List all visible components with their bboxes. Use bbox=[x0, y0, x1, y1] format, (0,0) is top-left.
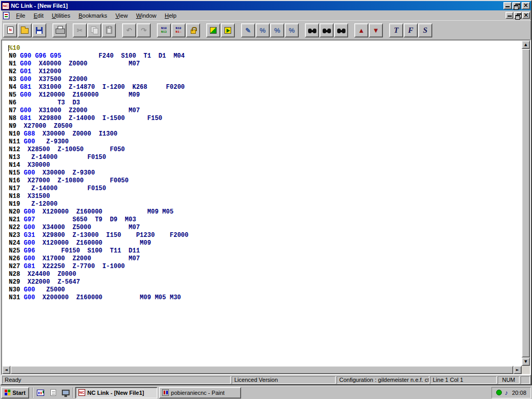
undo-button[interactable]: ↶ bbox=[122, 23, 136, 37]
start-button[interactable]: Start bbox=[1, 387, 29, 398]
horizontal-scroll-thumb[interactable] bbox=[10, 366, 513, 374]
task-button-paint[interactable]: pobieraniecnc - Paint bbox=[159, 387, 241, 398]
status-license: Licenced Version bbox=[232, 376, 336, 384]
editor-frame: %10N0 G90 G96 G95 F240 S100 T1 D1 M04N1 … bbox=[1, 39, 531, 375]
taskbar-clock: 20:08 bbox=[512, 390, 526, 396]
status-ready: Ready bbox=[2, 376, 231, 384]
menu-item-edit[interactable]: Edit bbox=[30, 11, 48, 20]
scrollbar-corner bbox=[522, 366, 530, 374]
code-line: N18 X31500 bbox=[9, 193, 522, 201]
syntax-check-button[interactable] bbox=[206, 23, 220, 37]
save-file-button[interactable] bbox=[32, 23, 46, 37]
floppy-disk-icon bbox=[36, 27, 43, 34]
renumber-blocks-icon bbox=[161, 26, 167, 34]
scroll-up-button[interactable] bbox=[522, 41, 530, 49]
code-line: N30 G00 Z5000 bbox=[9, 286, 522, 294]
feed-calc-3-button[interactable]: % bbox=[285, 23, 299, 37]
menu-item-file[interactable]: File bbox=[12, 11, 30, 20]
renumber-range-button[interactable] bbox=[171, 23, 185, 37]
undo-arrow-icon: ↶ bbox=[126, 27, 132, 34]
code-line: N10 G88 X30000 Z0000 I1300 bbox=[9, 130, 522, 138]
quicklaunch-chart-button[interactable] bbox=[35, 387, 46, 398]
print-button[interactable] bbox=[52, 23, 66, 37]
restore-button[interactable] bbox=[512, 2, 521, 9]
app-icon[interactable]: NC bbox=[2, 3, 9, 9]
code-line: N0 G90 G96 G95 F240 S100 T1 D1 M04 bbox=[9, 52, 522, 60]
next-block-button[interactable]: ▼ bbox=[369, 23, 383, 37]
task-button-nclink[interactable]: NCNC Link - [New File1] bbox=[75, 387, 157, 398]
letter-s-icon: S bbox=[423, 26, 427, 34]
code-line: N13 Z-14000 F0150 bbox=[9, 154, 522, 162]
window-title: NC Link - [New File1] bbox=[11, 3, 503, 9]
system-tray: 20:08 bbox=[491, 387, 531, 398]
task-label: pobieraniecnc - Paint bbox=[171, 390, 224, 396]
open-folder-icon bbox=[21, 28, 29, 34]
child-document-icon[interactable] bbox=[3, 12, 9, 19]
paste-button[interactable] bbox=[102, 23, 116, 37]
feed-calc-2-button[interactable]: % bbox=[270, 23, 284, 37]
quicklaunch-document-button[interactable] bbox=[47, 387, 59, 398]
code-line: N15 G00 X30000 Z-9300 bbox=[9, 169, 522, 177]
cut-button[interactable]: ✂ bbox=[73, 23, 87, 37]
code-line: N20 G00 X120000 Z160000 M09 M05 bbox=[9, 208, 522, 216]
renumber-blocks-button[interactable] bbox=[157, 23, 171, 37]
menu-item-bookmarks[interactable]: Bookmarks bbox=[74, 11, 111, 20]
arrow-right-icon bbox=[516, 368, 518, 372]
binoculars-next-icon bbox=[323, 29, 331, 33]
code-line: N29 X22000 Z-5647 bbox=[9, 278, 522, 286]
child-close-button[interactable] bbox=[522, 12, 530, 19]
run-arrow-icon bbox=[224, 27, 231, 34]
protection-button[interactable] bbox=[186, 23, 200, 37]
prev-block-button[interactable]: ▲ bbox=[354, 23, 368, 37]
vertical-scrollbar[interactable] bbox=[522, 41, 530, 366]
scroll-left-button[interactable] bbox=[2, 366, 10, 374]
execute-button[interactable] bbox=[221, 23, 235, 37]
show-f-codes-button[interactable]: F bbox=[404, 23, 418, 37]
quicklaunch-monitor-button[interactable] bbox=[60, 387, 71, 398]
scroll-right-button[interactable] bbox=[513, 366, 522, 374]
find-next-button[interactable] bbox=[320, 23, 334, 37]
horizontal-scrollbar[interactable] bbox=[2, 366, 522, 374]
tray-status-icon[interactable] bbox=[496, 390, 502, 395]
menu-item-help[interactable]: Help bbox=[161, 11, 181, 20]
arrow-up-icon bbox=[524, 43, 527, 47]
code-line: N1 G00 X40000 Z0000 M07 bbox=[9, 60, 522, 68]
find-button[interactable] bbox=[305, 23, 319, 37]
code-line: N4 G81 X31000 Z-14870 I-1200 K268 F0200 bbox=[9, 84, 522, 91]
new-file-button[interactable] bbox=[3, 23, 17, 37]
open-file-button[interactable] bbox=[18, 23, 32, 37]
volume-icon[interactable] bbox=[504, 390, 508, 396]
quick-launch bbox=[35, 387, 71, 398]
menu-item-utilities[interactable]: Utilities bbox=[48, 11, 74, 20]
status-extra bbox=[521, 376, 530, 384]
vertical-scroll-thumb[interactable] bbox=[522, 49, 530, 357]
document-page-icon bbox=[50, 389, 56, 396]
pen-tool-button[interactable]: ✎ bbox=[241, 23, 255, 37]
scroll-down-button[interactable] bbox=[522, 357, 530, 366]
copy-button[interactable] bbox=[87, 23, 101, 37]
code-line: N7 G00 X31000 Z2000 M07 bbox=[9, 107, 522, 115]
menu-item-window[interactable]: Window bbox=[132, 11, 161, 20]
code-editor[interactable]: %10N0 G90 G96 G95 F240 S100 T1 D1 M04N1 … bbox=[2, 41, 522, 366]
child-restore-button[interactable] bbox=[514, 12, 522, 19]
code-line: N8 G81 X29800 Z-14000 I-1500 F150 bbox=[9, 115, 522, 123]
syntax-check-icon bbox=[210, 27, 217, 34]
code-line: N11 G00 Z-9300 bbox=[9, 138, 522, 146]
code-line: N24 G00 X120000 Z160000 M09 bbox=[9, 240, 522, 247]
child-minimize-button[interactable] bbox=[506, 12, 513, 19]
renumber-range-icon bbox=[176, 26, 181, 34]
code-line: N2 G01 X12000 bbox=[9, 68, 522, 76]
find-tool-button[interactable] bbox=[334, 23, 348, 37]
menu-item-view[interactable]: View bbox=[111, 11, 132, 20]
code-line: N9 X27000 Z0500 bbox=[9, 123, 522, 130]
code-line: N28 X24400 Z0000 bbox=[9, 271, 522, 278]
code-line: N16 X27000 Z-10800 F0050 bbox=[9, 177, 522, 185]
percent-hash-icon: % bbox=[289, 27, 295, 34]
minimize-button[interactable] bbox=[503, 2, 512, 9]
show-t-codes-button[interactable]: T bbox=[389, 23, 403, 37]
show-s-codes-button[interactable]: S bbox=[418, 23, 432, 37]
feed-calc-1-button[interactable]: % bbox=[256, 23, 270, 37]
close-button[interactable] bbox=[522, 2, 530, 9]
redo-button[interactable]: ↷ bbox=[137, 23, 151, 37]
percent-icon: % bbox=[260, 27, 266, 34]
